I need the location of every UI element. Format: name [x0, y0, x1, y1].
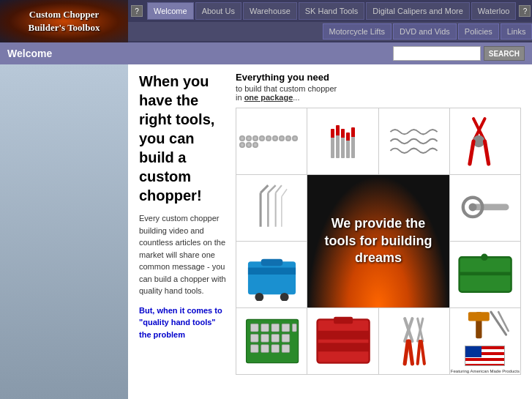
- screwdrivers-img: [331, 125, 355, 158]
- socket: [239, 135, 245, 141]
- svg-rect-17: [248, 268, 296, 275]
- us-flag-img: [465, 346, 505, 366]
- svg-line-4: [485, 141, 489, 164]
- right-panel: Everything you need to build that custom…: [236, 72, 521, 375]
- tools-row4-svg: [450, 308, 520, 343]
- search-button[interactable]: SEARCH: [484, 46, 525, 61]
- logo-text: Custom Chopper Builder's Toolbox: [29, 8, 100, 34]
- search-input[interactable]: [393, 46, 481, 61]
- main-content: Everything you need to build that custom…: [0, 64, 532, 399]
- nav-sk-hand-tools[interactable]: SK Hand Tools: [299, 2, 365, 20]
- svg-rect-16: [248, 261, 296, 294]
- grid-cell-screwdrivers: [307, 108, 378, 174]
- svg-rect-38: [317, 319, 369, 362]
- svg-rect-41: [334, 317, 353, 324]
- nav-welcome[interactable]: Welcome: [147, 2, 194, 20]
- screwdriver-5: [351, 127, 355, 158]
- svg-point-23: [482, 254, 488, 261]
- socket: [259, 135, 265, 141]
- socket: [285, 135, 291, 141]
- svg-line-10: [275, 185, 281, 193]
- socket: [252, 142, 258, 148]
- screwdriver-2: [336, 125, 340, 158]
- svg-rect-18: [261, 259, 282, 266]
- screwdriver-4: [346, 133, 350, 158]
- left-sidebar: [0, 64, 128, 399]
- screwdriver-3: [341, 129, 345, 158]
- green-case-svg: [457, 248, 513, 301]
- nav-warehouse[interactable]: Warehouse: [243, 2, 297, 20]
- promo-cell: We provide the tools for building dreams: [307, 175, 449, 307]
- grid-cell-socket-set: [236, 108, 307, 174]
- svg-line-8: [268, 185, 275, 193]
- nav-waterloo[interactable]: Waterloo: [471, 2, 517, 20]
- needle-pliers-svg: [386, 315, 442, 368]
- grid-cell-featuring: Featuring American Made Products: [450, 308, 520, 374]
- socket-set-img: [236, 133, 307, 151]
- socket: [246, 135, 252, 141]
- grid-cell-springs: [379, 108, 449, 174]
- content-wrapper: Everything you need to build that custom…: [139, 72, 521, 375]
- grid-cell-socket-set2: [236, 308, 307, 374]
- screwdriver-1: [331, 129, 334, 158]
- content-area: Everything you need to build that custom…: [128, 64, 532, 399]
- svg-rect-51: [468, 312, 490, 321]
- svg-rect-37: [282, 345, 290, 353]
- nav-motorcycle-lifts[interactable]: Motorcycle Lifts: [323, 23, 391, 40]
- nav-about-us[interactable]: About Us: [195, 2, 241, 20]
- socket: [266, 135, 271, 141]
- grid-cell-blue-toolbox: [236, 242, 307, 307]
- pliers-svg: [457, 115, 513, 168]
- svg-rect-30: [250, 335, 258, 343]
- grid-cell-pliers: [450, 108, 520, 174]
- promo-text: We provide the tools for building dreams: [307, 208, 449, 274]
- svg-rect-13: [473, 204, 509, 211]
- nav-policies[interactable]: Policies: [458, 23, 499, 40]
- welcome-title: Welcome: [7, 48, 52, 59]
- search-area: SEARCH: [393, 46, 525, 61]
- red-toolbox-svg: [315, 315, 371, 368]
- svg-line-53: [498, 312, 508, 331]
- svg-rect-32: [271, 335, 280, 343]
- logo-line2: Builder's Toolbox: [29, 22, 100, 33]
- socket: [239, 142, 245, 148]
- svg-rect-39: [317, 331, 369, 340]
- featuring-label: Featuring American Made Products: [451, 369, 520, 374]
- nav-links[interactable]: Links: [501, 23, 532, 40]
- everything-heading: Everything you need: [236, 72, 521, 83]
- svg-line-12: [281, 189, 286, 196]
- logo: Custom Chopper Builder's Toolbox: [0, 0, 128, 42]
- grid-cell-red-toolbox: [307, 308, 378, 374]
- top-nav: ? Welcome About Us Warehouse SK Hand Too…: [128, 0, 532, 22]
- help-icon-1[interactable]: ?: [131, 5, 143, 17]
- socket: [252, 135, 258, 141]
- blue-toolbox-svg: [244, 248, 300, 301]
- svg-rect-33: [282, 335, 290, 343]
- svg-line-44: [405, 341, 408, 364]
- svg-rect-31: [261, 335, 269, 343]
- svg-line-45: [409, 341, 412, 364]
- socket: [279, 135, 285, 141]
- grid-cell-green-case: [450, 242, 520, 307]
- svg-rect-35: [261, 345, 269, 353]
- svg-rect-40: [317, 343, 369, 351]
- svg-rect-22: [460, 272, 512, 275]
- socket: [246, 142, 252, 148]
- welcome-bar: Welcome SEARCH: [0, 42, 532, 64]
- socket-set2-svg: [244, 315, 300, 368]
- nav-dvd-vids[interactable]: DVD and Vids: [393, 23, 457, 40]
- nav-digital-calipers[interactable]: Digital Calipers and More: [366, 2, 470, 20]
- one-package-text: one package: [244, 93, 293, 102]
- svg-line-49: [422, 341, 424, 364]
- help-icon-2[interactable]: ?: [519, 5, 531, 17]
- svg-rect-34: [250, 345, 258, 353]
- logo-line1: Custom Chopper: [29, 9, 100, 20]
- socket: [272, 135, 278, 141]
- wrench-svg: [457, 182, 513, 234]
- springs-svg: [386, 115, 442, 168]
- bottom-nav: Motorcycle Lifts DVD and Vids Policies L…: [128, 22, 532, 41]
- grid-cell-needle-pliers: [379, 308, 449, 374]
- tool-grid: We provide the tools for building dreams: [236, 108, 521, 375]
- svg-line-3: [470, 141, 473, 164]
- svg-rect-29: [292, 324, 296, 332]
